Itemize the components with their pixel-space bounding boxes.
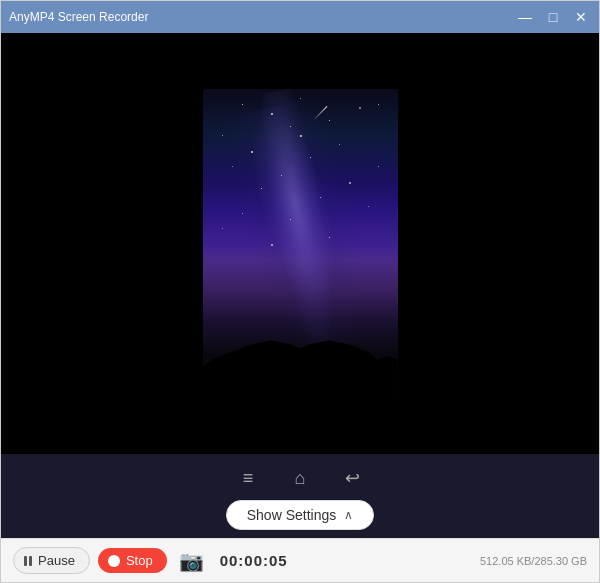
title-bar-left: AnyMP4 Screen Recorder [9, 10, 148, 24]
pause-icon [24, 556, 32, 566]
menu-button[interactable]: ≡ [234, 464, 262, 492]
home-button[interactable]: ⌂ [286, 464, 314, 492]
camera-icon: 📷 [179, 550, 204, 572]
title-bar-controls: — □ ✕ [515, 7, 591, 27]
show-settings-label: Show Settings [247, 507, 337, 523]
close-button[interactable]: ✕ [571, 7, 591, 27]
preview-canvas [203, 89, 398, 399]
bottom-controls: ≡ ⌂ ↩ Show Settings ∧ Pause Stop [1, 454, 599, 582]
back-button[interactable]: ↩ [338, 464, 366, 492]
chevron-up-icon: ∧ [344, 508, 353, 522]
screenshot-button[interactable]: 📷 [175, 549, 208, 573]
stop-icon [108, 555, 120, 567]
timer-display: 00:00:05 [220, 552, 288, 569]
storage-info: 512.05 KB/285.30 GB [480, 555, 587, 567]
main-content [1, 33, 599, 454]
icon-bar: ≡ ⌂ ↩ [1, 454, 599, 500]
maximize-button[interactable]: □ [543, 7, 563, 27]
pause-button[interactable]: Pause [13, 547, 90, 574]
title-bar: AnyMP4 Screen Recorder — □ ✕ [1, 1, 599, 33]
show-settings-button[interactable]: Show Settings ∧ [226, 500, 375, 530]
stop-button[interactable]: Stop [98, 548, 167, 573]
minimize-button[interactable]: — [515, 7, 535, 27]
stop-label: Stop [126, 553, 153, 568]
preview-area [203, 89, 398, 399]
app-window: AnyMP4 Screen Recorder — □ ✕ [0, 0, 600, 583]
status-bar: Pause Stop 📷 00:00:05 512.05 KB/285.30 G… [1, 538, 599, 582]
pause-label: Pause [38, 553, 75, 568]
show-settings-bar: Show Settings ∧ [1, 500, 599, 538]
app-title: AnyMP4 Screen Recorder [9, 10, 148, 24]
milky-way-glow-2 [218, 89, 382, 376]
